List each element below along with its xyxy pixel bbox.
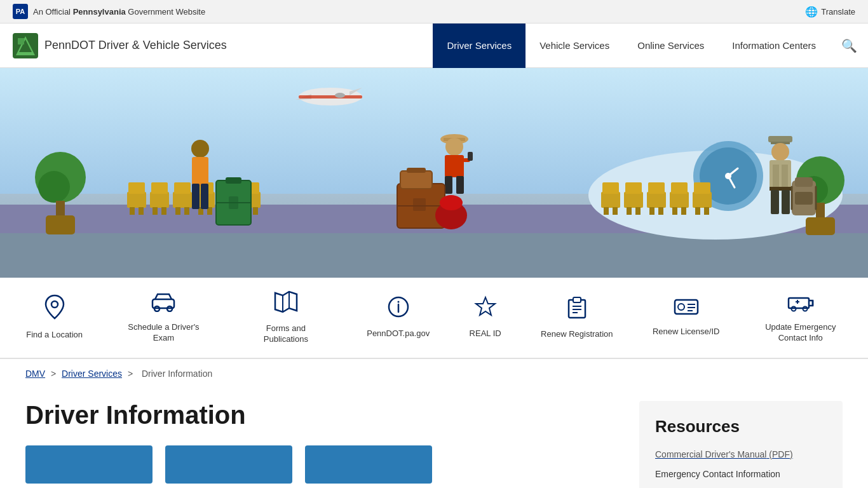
luggage-pile (391, 168, 467, 233)
svg-rect-56 (658, 207, 663, 215)
nav-driver-services[interactable]: Driver Services (433, 24, 526, 68)
penndot-label: PennDOT.pa.gov (367, 329, 430, 339)
svg-point-6 (335, 93, 345, 98)
official-label: An Official Pennsylvania Government Webs… (33, 7, 205, 17)
car-icon (150, 292, 177, 317)
find-location-label: Find a Location (26, 330, 83, 341)
renew-reg-label: Renew Registration (541, 329, 613, 340)
official-text: PA An Official Pennsylvania Government W… (13, 4, 205, 19)
search-button[interactable]: 🔍 (830, 24, 868, 68)
svg-rect-64 (704, 207, 709, 215)
svg-rect-78 (468, 152, 473, 161)
commercial-drivers-manual-link[interactable]: Commercial Driver's Manual (PDF) (655, 449, 827, 459)
left-tree (32, 149, 89, 240)
svg-rect-60 (681, 207, 686, 215)
svg-rect-16 (46, 215, 75, 234)
svg-rect-54 (648, 182, 665, 194)
svg-rect-48 (613, 207, 618, 215)
main-content: Driver Information Resources Commercial … (0, 388, 868, 488)
real-id-label: REAL ID (470, 329, 501, 339)
svg-rect-72 (229, 196, 238, 209)
svg-rect-52 (635, 207, 641, 215)
svg-rect-28 (161, 207, 166, 215)
svg-point-91 (771, 143, 789, 161)
svg-rect-22 (128, 182, 145, 194)
sidebar-title: Resources (655, 417, 827, 437)
breadcrumb-dmv[interactable]: DMV (25, 369, 45, 379)
svg-rect-113 (573, 297, 581, 302)
ambulance-icon (787, 292, 814, 317)
quick-link-forms[interactable]: Forms and Publications (245, 290, 327, 345)
person-1 (184, 139, 216, 217)
svg-rect-96 (771, 190, 779, 214)
svg-point-65 (191, 140, 209, 158)
quick-links-bar: Find a Location Schedule a Driver's Exam… (0, 278, 868, 359)
nav-online-services[interactable]: Online Services (623, 24, 718, 68)
svg-rect-46 (602, 182, 619, 194)
svg-rect-99 (795, 177, 813, 187)
svg-rect-61 (693, 192, 712, 208)
svg-rect-5 (299, 95, 362, 98)
forms-label: Forms and Publications (245, 323, 327, 345)
svg-rect-86 (407, 168, 426, 173)
hero-image (0, 68, 868, 278)
emergency-contact-label: Update Emergency Contact Info (759, 322, 842, 344)
schedule-exam-label: Schedule a Driver's Exam (122, 322, 205, 344)
quick-link-real-id[interactable]: REAL ID (470, 295, 501, 339)
quick-link-find-location[interactable]: Find a Location (26, 294, 83, 341)
location-pin-icon (44, 294, 65, 325)
breadcrumb-separator-1: > (51, 369, 58, 379)
content-card-1 (25, 445, 153, 484)
chairs-right (601, 179, 741, 217)
svg-rect-66 (192, 157, 208, 186)
quick-link-renew-license[interactable]: Renew License/ID (653, 297, 720, 337)
quick-link-renew-reg[interactable]: Renew Registration (541, 295, 613, 340)
svg-rect-23 (130, 207, 135, 215)
svg-rect-47 (604, 207, 609, 215)
search-icon: 🔍 (841, 38, 857, 53)
page-title: Driver Information (25, 401, 620, 430)
svg-point-118 (678, 304, 684, 310)
quick-link-penndot[interactable]: PennDOT.pa.gov (367, 295, 430, 339)
svg-rect-89 (768, 136, 792, 142)
green-suitcase (213, 177, 254, 230)
svg-point-12 (725, 173, 731, 179)
quick-link-schedule-exam[interactable]: Schedule a Driver's Exam (122, 292, 205, 344)
nav-information-centers[interactable]: Information Centers (718, 24, 830, 68)
map-icon (274, 290, 298, 318)
nav-vehicle-services[interactable]: Vehicle Services (526, 24, 623, 68)
svg-rect-51 (627, 207, 632, 215)
svg-rect-94 (782, 165, 788, 189)
svg-rect-49 (624, 192, 643, 208)
svg-rect-57 (670, 192, 689, 208)
pa-seal: PA (13, 4, 28, 19)
clipboard-icon (566, 295, 588, 324)
svg-rect-24 (139, 207, 144, 215)
svg-point-14 (38, 171, 70, 203)
svg-rect-67 (192, 184, 200, 209)
svg-rect-58 (671, 182, 688, 194)
commercial-manual-text: Commercial Driver's Manual (655, 449, 766, 459)
content-area: Driver Information (25, 401, 620, 488)
svg-point-111 (397, 301, 399, 303)
penndot-logo-icon (13, 33, 38, 58)
backpack (789, 174, 820, 220)
breadcrumb: DMV > Driver Services > Driver Informati… (0, 359, 868, 388)
svg-rect-31 (175, 207, 180, 215)
quick-link-emergency-contact[interactable]: Update Emergency Contact Info (759, 292, 842, 344)
svg-rect-63 (695, 207, 700, 215)
header: PennDOT Driver & Vehicle Services Driver… (0, 24, 868, 68)
svg-rect-50 (625, 182, 642, 194)
top-bar: PA An Official Pennsylvania Government W… (0, 0, 868, 24)
svg-rect-26 (151, 182, 168, 194)
logo-area: PennDOT Driver & Vehicle Services (0, 33, 433, 58)
svg-rect-53 (647, 192, 666, 208)
content-card-2 (165, 445, 292, 484)
logo-text: PennDOT Driver & Vehicle Services (44, 39, 227, 52)
small-airplane (292, 78, 369, 111)
breadcrumb-driver-services[interactable]: Driver Services (62, 369, 122, 379)
translate-button[interactable]: 🌐 Translate (805, 6, 855, 18)
svg-point-75 (445, 138, 463, 156)
svg-rect-15 (56, 201, 65, 217)
id-card-icon (674, 297, 699, 322)
